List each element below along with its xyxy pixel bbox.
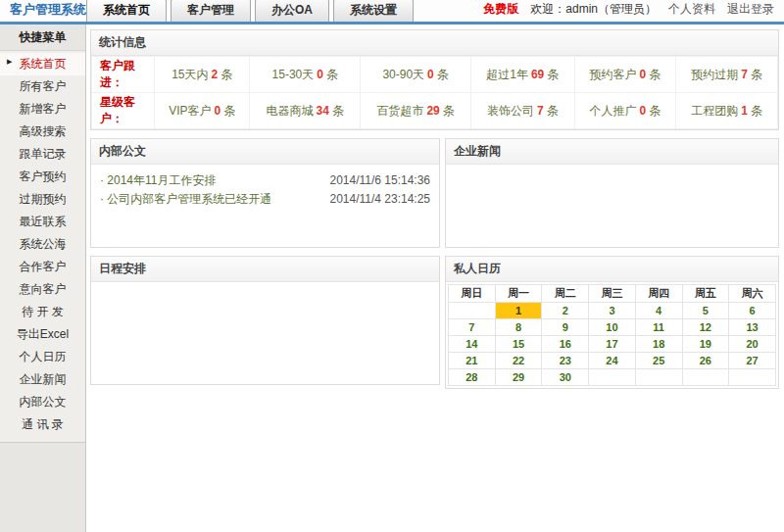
day-header: 周六 <box>729 285 776 303</box>
calendar-day-cell[interactable]: 23 <box>542 353 589 369</box>
sidebar-item-internal-documents[interactable]: 内部公文 <box>0 391 85 413</box>
stat-unit: 条 <box>443 104 455 118</box>
sidebar-header: 快捷菜单 <box>0 24 85 51</box>
app-title: 客户管理系统 <box>0 0 86 22</box>
sidebar-item-prospective-customers[interactable]: 意向客户 <box>0 278 85 301</box>
calendar-day-cell[interactable]: 4 <box>635 303 682 319</box>
document-link[interactable]: · 2014年11月工作安排 <box>100 171 217 190</box>
stat-value: 0 <box>640 104 647 118</box>
table-row: 客户跟进： 15天内2条 15-30天0条 30-90天0条 超过1年69条 预… <box>92 57 778 93</box>
logout-link[interactable]: 退出登录 <box>727 1 774 18</box>
calendar-day-cell[interactable]: 16 <box>542 336 589 353</box>
stat-name: 预约过期 <box>691 68 738 81</box>
calendar-day-cell[interactable]: 11 <box>635 319 682 336</box>
sidebar-item-label: 最近联系 <box>20 215 67 228</box>
calendar-day-cell[interactable]: 10 <box>589 319 636 336</box>
bullet-icon: · <box>100 173 104 187</box>
sidebar-item-company-news[interactable]: 企业新闻 <box>0 368 85 391</box>
sidebar-item-export-excel[interactable]: 导出Excel <box>0 323 85 346</box>
company-news-panel: 企业新闻 <box>445 138 779 248</box>
sidebar-item-contacts-book[interactable]: 通 讯 录 <box>0 413 85 436</box>
sidebar-item-personal-calendar[interactable]: 个人日历 <box>0 346 85 368</box>
calendar-day-cell[interactable]: 18 <box>635 336 682 353</box>
calendar-day-cell[interactable]: 20 <box>729 336 776 353</box>
profile-link[interactable]: 个人资料 <box>668 1 715 18</box>
calendar-day-cell[interactable]: 15 <box>495 336 542 353</box>
sidebar-item-home[interactable]: ▶系统首页 <box>0 53 85 75</box>
sidebar-item-followup-records[interactable]: 跟单记录 <box>0 143 85 166</box>
stat-value: 0 <box>317 68 323 81</box>
main-nav-tabs: 系统首页 客户管理 办公OA 系统设置 <box>86 0 483 22</box>
calendar-week-row: 28 29 30 <box>449 369 776 386</box>
sidebar-item-all-customers[interactable]: 所有客户 <box>0 75 85 98</box>
calendar-day-cell[interactable]: 12 <box>682 319 729 336</box>
stat-unit: 条 <box>332 104 344 118</box>
calendar-grid: 周日 周一 周二 周三 周四 周五 周六 1 2 <box>446 282 778 388</box>
day-header: 周二 <box>542 285 589 303</box>
stat-cell: 工程团购1条 <box>676 93 778 129</box>
calendar-day-cell[interactable]: 8 <box>495 319 542 336</box>
calendar-day-cell[interactable]: 29 <box>495 369 542 386</box>
calendar-day-cell[interactable]: 28 <box>449 369 496 386</box>
sidebar-menu: ▶系统首页 所有客户 新增客户 高级搜索 跟单记录 客户预约 过期预约 最近联系… <box>0 51 85 443</box>
calendar-day-cell[interactable]: 6 <box>729 303 776 319</box>
list-item: · 2014年11月工作安排 2014/11/6 15:14:36 <box>100 171 430 190</box>
sidebar-item-label: 意向客户 <box>20 282 67 296</box>
calendar-day-cell[interactable]: 2 <box>542 303 589 319</box>
sidebar-item-to-develop[interactable]: 待 开 发 <box>0 301 85 323</box>
stat-name: 30-90天 <box>382 68 424 81</box>
stat-name: 装饰公司 <box>487 104 534 118</box>
tab-office-oa[interactable]: 办公OA <box>255 0 329 22</box>
sidebar-item-expired-appointments[interactable]: 过期预约 <box>0 188 85 211</box>
calendar-day-cell[interactable]: 25 <box>635 353 682 369</box>
stats-row-label: 客户跟进： <box>92 57 155 93</box>
sidebar-item-public-pool[interactable]: 系统公海 <box>0 233 85 256</box>
calendar-day-cell[interactable]: 7 <box>449 319 496 336</box>
stats-row-label: 星级客户： <box>92 93 155 129</box>
document-date: 2014/11/4 23:14:25 <box>329 190 430 209</box>
calendar-day-cell[interactable]: 22 <box>495 353 542 369</box>
sidebar-item-add-customer[interactable]: 新增客户 <box>0 98 85 121</box>
sidebar-item-label: 企业新闻 <box>20 372 67 386</box>
calendar-week-row: 21 22 23 24 25 26 27 <box>449 353 776 369</box>
calendar-day-cell[interactable]: 14 <box>449 336 496 353</box>
stat-value: 34 <box>317 104 329 118</box>
list-item: · 公司内部客户管理系统已经开通 2014/11/4 23:14:25 <box>100 190 430 209</box>
stat-unit: 条 <box>326 68 338 81</box>
day-header: 周三 <box>589 285 636 303</box>
sidebar-item-customer-appointments[interactable]: 客户预约 <box>0 166 85 188</box>
day-header: 周五 <box>682 285 729 303</box>
calendar-day-cell[interactable]: 3 <box>589 303 636 319</box>
sidebar-item-advanced-search[interactable]: 高级搜索 <box>0 121 85 143</box>
tab-system-settings[interactable]: 系统设置 <box>333 0 414 22</box>
calendar-day-cell[interactable]: 26 <box>682 353 729 369</box>
calendar-day-cell[interactable]: 17 <box>589 336 636 353</box>
user-menu: 免费版 欢迎：admin（管理员） 个人资料 退出登录 <box>483 1 784 22</box>
calendar-day-header-row: 周日 周一 周二 周三 周四 周五 周六 <box>449 285 776 303</box>
sidebar-item-partner-customers[interactable]: 合作客户 <box>0 256 85 278</box>
stat-name: 15-30天 <box>272 68 315 81</box>
calendar-day-cell[interactable]: 21 <box>449 353 496 369</box>
calendar-day-cell[interactable]: 30 <box>542 369 589 386</box>
stat-name: VIP客户 <box>169 104 211 118</box>
calendar-day-cell[interactable]: 24 <box>589 353 636 369</box>
document-link[interactable]: · 公司内部客户管理系统已经开通 <box>100 190 271 209</box>
calendar-day-cell[interactable]: 19 <box>682 336 729 353</box>
calendar-day-cell[interactable]: 5 <box>682 303 729 319</box>
stat-unit: 条 <box>649 104 661 118</box>
calendar-day-cell[interactable]: 27 <box>729 353 776 369</box>
company-news-empty-body <box>446 165 778 247</box>
tab-home[interactable]: 系统首页 <box>86 0 167 22</box>
schedule-panel: 日程安排 <box>90 256 440 385</box>
stat-unit: 条 <box>649 68 661 81</box>
calendar-day-cell[interactable]: 9 <box>542 319 589 336</box>
calendar-week-row: 14 15 16 17 18 19 20 <box>449 336 776 353</box>
tab-customer-management[interactable]: 客户管理 <box>171 0 251 22</box>
calendar-day-cell <box>589 369 636 386</box>
day-header: 周四 <box>635 285 682 303</box>
stat-value: 69 <box>531 68 544 81</box>
calendar-day-cell[interactable]: 13 <box>729 319 776 336</box>
stat-unit: 条 <box>437 68 449 81</box>
sidebar-item-recent-contacts[interactable]: 最近联系 <box>0 211 85 233</box>
calendar-day-cell-today[interactable]: 1 <box>495 303 542 319</box>
